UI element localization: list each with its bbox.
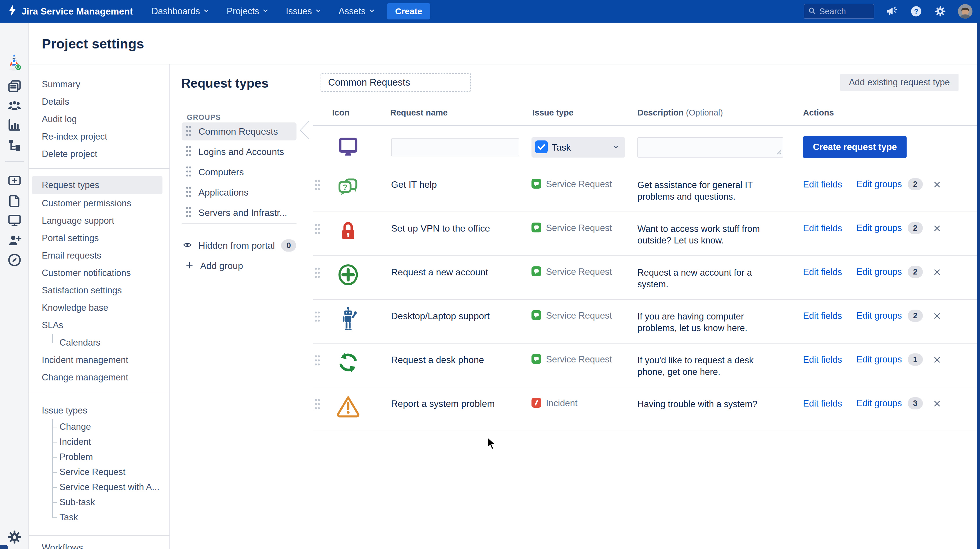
right-scrollbar-strip[interactable] [977,22,980,549]
drag-handle-icon[interactable] [314,179,321,193]
drag-handle-icon[interactable] [314,398,321,412]
create-request-type-form-row: Task Create request type [313,126,977,168]
channels-structure-icon[interactable] [0,138,29,153]
document-icon[interactable] [0,193,29,208]
sidebar-item-portal-settings[interactable]: Portal settings [29,229,169,247]
sidebar-item-incident-management[interactable]: Incident management [29,352,169,369]
edit-fields-link[interactable]: Edit fields [803,179,842,189]
remove-request-type-icon[interactable] [932,224,942,234]
project-avatar-rocket-icon[interactable] [0,54,29,72]
drag-handle-icon[interactable] [314,266,321,280]
sidebar-item-service-request[interactable]: Service Request [29,465,169,480]
edit-fields-link[interactable]: Edit fields [803,267,842,277]
edit-fields-link[interactable]: Edit fields [803,223,842,233]
group-title-editable[interactable]: Common Requests [321,73,471,92]
user-avatar[interactable] [958,4,972,19]
sidebar-item-label: Issue types [42,405,88,416]
hidden-from-portal-item[interactable]: Hidden from portal 0 [183,237,296,254]
sidebar-item-summary[interactable]: Summary [29,76,169,93]
sidebar-item-details[interactable]: Details [29,93,169,111]
discover-compass-icon[interactable] [0,252,29,268]
sidebar-item-knowledge-base[interactable]: Knowledge base [29,299,169,317]
drag-handle-icon[interactable] [314,354,321,368]
nav-item-label: Projects [227,6,259,16]
sidebar-item-customer-notifications[interactable]: Customer notifications [29,264,169,282]
settings-gear-icon[interactable] [934,5,947,18]
sidebar-item-delete-project[interactable]: Delete project [29,145,169,163]
group-item-common-requests[interactable]: Common Requests [181,123,296,140]
portal-monitor-icon[interactable] [0,212,29,228]
edit-groups-link[interactable]: Edit groups [856,179,902,189]
group-item-applications[interactable]: Applications [181,182,296,202]
drag-handle-icon[interactable] [185,124,192,138]
invite-person-icon[interactable] [0,232,29,248]
create-button[interactable]: Create [387,3,430,19]
project-settings-gear-icon[interactable] [0,529,29,545]
task-icon [535,140,548,154]
sidebar-item-change-management[interactable]: Change management [29,369,169,386]
issue-type-cell: Service Request [531,310,612,321]
drag-handle-icon[interactable] [185,206,192,220]
announcement-megaphone-icon[interactable] [886,5,898,18]
sidebar-item-customer-permissions[interactable]: Customer permissions [29,195,169,212]
sidebar-item-slas[interactable]: SLAs [29,317,169,334]
sidebar-item-language-support[interactable]: Language support [29,212,169,229]
sidebar-item-issue-types[interactable]: Issue types [29,402,169,419]
edit-fields-link[interactable]: Edit fields [803,355,842,365]
edit-groups-link[interactable]: Edit groups [856,223,902,233]
search-box[interactable] [803,4,874,19]
sidebar-item-incident[interactable]: Incident [29,434,169,449]
add-group-button[interactable]: Add group [185,257,243,275]
new-request-type-icon-picker[interactable] [334,126,363,168]
edit-fields-link[interactable]: Edit fields [803,398,842,409]
create-request-type-button[interactable]: Create request type [803,136,907,158]
nav-item-issues[interactable]: Issues [286,6,322,16]
help-icon[interactable]: ? [910,5,923,18]
edit-groups-link[interactable]: Edit groups [856,354,902,365]
sidebar-item-service-request-with-a[interactable]: Service Request with A... [29,480,169,495]
description-input[interactable] [637,137,783,158]
edit-groups-link[interactable]: Edit groups [856,267,902,277]
nav-item-dashboards[interactable]: Dashboards [151,6,210,16]
customers-icon[interactable] [0,97,29,113]
request-name-input[interactable] [391,138,519,156]
sidebar-item-audit-log[interactable]: Audit log [29,111,169,128]
queues-icon[interactable] [0,78,29,94]
raise-request-card-icon[interactable] [0,173,29,188]
drag-handle-icon[interactable] [185,165,192,179]
remove-request-type-icon[interactable] [932,180,942,190]
hidden-from-portal-label: Hidden from portal [199,240,275,251]
sidebar-item-email-requests[interactable]: Email requests [29,247,169,264]
edit-groups-link[interactable]: Edit groups [856,398,902,409]
drag-handle-icon[interactable] [185,145,192,159]
sidebar-item-satisfaction-settings[interactable]: Satisfaction settings [29,282,169,299]
sidebar-item-change[interactable]: Change [29,419,169,434]
group-item-logins-and-accounts[interactable]: Logins and Accounts [181,142,296,162]
nav-item-projects[interactable]: Projects [227,6,269,16]
drag-handle-icon[interactable] [185,185,192,199]
drag-handle-icon[interactable] [314,310,321,324]
request-name: Get IT help [391,179,437,190]
sidebar-item-workflows[interactable]: Workflows [29,539,169,549]
remove-request-type-icon[interactable] [932,399,942,409]
remove-request-type-icon[interactable] [932,267,942,278]
issue-type-select[interactable]: Task [531,137,625,158]
edit-fields-link[interactable]: Edit fields [803,311,842,321]
sidebar-item-request-types[interactable]: Request types [32,176,162,194]
group-item-computers[interactable]: Computers [181,162,296,182]
reports-icon[interactable] [0,117,29,133]
add-existing-request-type-button[interactable]: Add existing request type [840,74,959,91]
remove-request-type-icon[interactable] [932,355,942,366]
search-input[interactable] [819,7,870,16]
sidebar-item-sub-task[interactable]: Sub-task [29,495,169,510]
sidebar-item-task[interactable]: Task [29,510,169,525]
sidebar-item-problem[interactable]: Problem [29,449,169,465]
drag-handle-icon[interactable] [314,223,321,237]
sidebar-item-calendars[interactable]: Calendars [29,334,169,352]
app-logo[interactable]: Jira Service Management [8,3,133,19]
sidebar-item-re-index-project[interactable]: Re-index project [29,128,169,145]
edit-groups-link[interactable]: Edit groups [856,310,902,321]
remove-request-type-icon[interactable] [932,311,942,322]
group-item-servers-and-infrastr[interactable]: Servers and Infrastr... [181,202,296,223]
nav-item-assets[interactable]: Assets [339,6,375,16]
